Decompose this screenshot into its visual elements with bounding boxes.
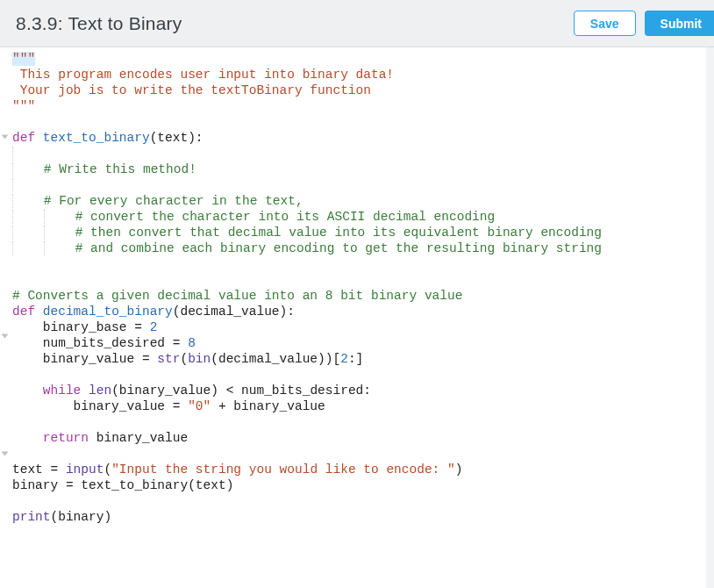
code-line[interactable]: """ [12, 51, 706, 67]
code-line[interactable]: def text_to_binary(text): [12, 130, 706, 146]
header-buttons: Save Submit [574, 9, 714, 38]
code-line[interactable]: # Write this method! [12, 161, 706, 177]
submit-button[interactable]: Submit [645, 11, 714, 36]
code-line[interactable]: def decimal_to_binary(decimal_value): [12, 304, 706, 319]
code-editor[interactable]: """ This program encodes user input into… [0, 47, 714, 588]
code-line[interactable]: This program encodes user input into bin… [12, 67, 706, 82]
code-line[interactable] [12, 446, 706, 462]
code-line[interactable] [12, 414, 706, 430]
code-line[interactable]: # and combine each binary encoding to ge… [12, 240, 706, 256]
code-line[interactable] [12, 177, 706, 193]
vertical-scrollbar[interactable] [706, 47, 714, 588]
code-line[interactable] [12, 367, 706, 383]
code-line[interactable]: binary = text_to_binary(text) [12, 477, 706, 493]
code-line[interactable] [12, 493, 706, 509]
code-line[interactable]: """ [12, 98, 706, 114]
editor-gutter [0, 47, 12, 588]
code-line[interactable]: binary_value = "0" + binary_value [12, 398, 706, 414]
code-line[interactable]: while len(binary_value) < num_bits_desir… [12, 383, 706, 398]
code-line[interactable]: # For every character in the text, [12, 193, 706, 209]
code-line[interactable] [12, 146, 706, 161]
code-line[interactable]: text = input("Input the string you would… [12, 462, 706, 477]
code-line[interactable]: # convert the character into its ASCII d… [12, 209, 706, 225]
page-title: 8.3.9: Text to Binary [16, 13, 182, 34]
code-line[interactable] [12, 114, 706, 130]
code-line[interactable]: print(binary) [12, 509, 706, 525]
code-line[interactable]: num_bits_desired = 8 [12, 335, 706, 351]
editor-header: 8.3.9: Text to Binary Save Submit [0, 0, 714, 47]
save-button[interactable]: Save [574, 11, 636, 36]
code-line[interactable]: binary_value = str(bin(decimal_value))[2… [12, 351, 706, 367]
code-line[interactable]: return binary_value [12, 430, 706, 446]
fold-toggle-icon[interactable] [2, 135, 9, 140]
code-line[interactable]: Your job is to write the textToBinary fu… [12, 82, 706, 98]
code-line[interactable]: binary_base = 2 [12, 319, 706, 335]
code-line[interactable]: # then convert that decimal value into i… [12, 225, 706, 240]
fold-toggle-icon[interactable] [2, 334, 9, 339]
code-line[interactable] [12, 256, 706, 272]
fold-toggle-icon[interactable] [2, 452, 9, 456]
code-line[interactable]: # Converts a given decimal value into an… [12, 288, 706, 304]
code-line[interactable] [12, 272, 706, 288]
code-area[interactable]: """ This program encodes user input into… [12, 47, 706, 588]
